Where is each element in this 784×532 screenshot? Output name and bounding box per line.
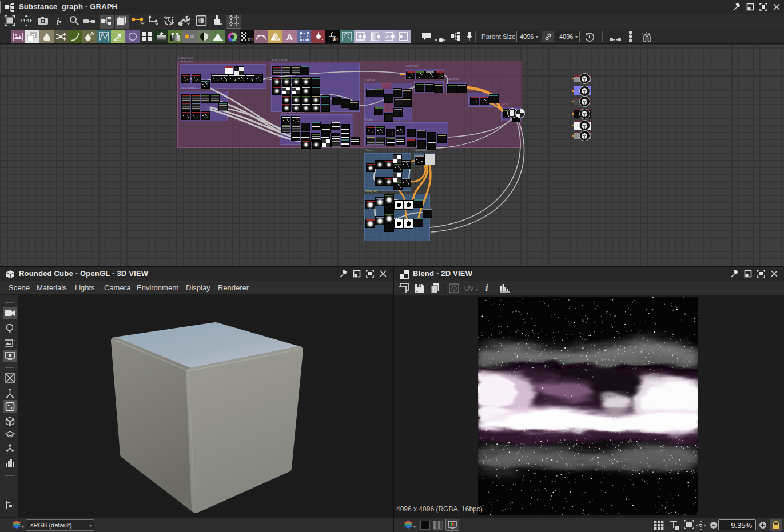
svg-text:01: 01 (248, 37, 253, 42)
svg-text:01: 01 (333, 37, 339, 42)
svg-text:1:1: 1:1 (23, 18, 30, 23)
